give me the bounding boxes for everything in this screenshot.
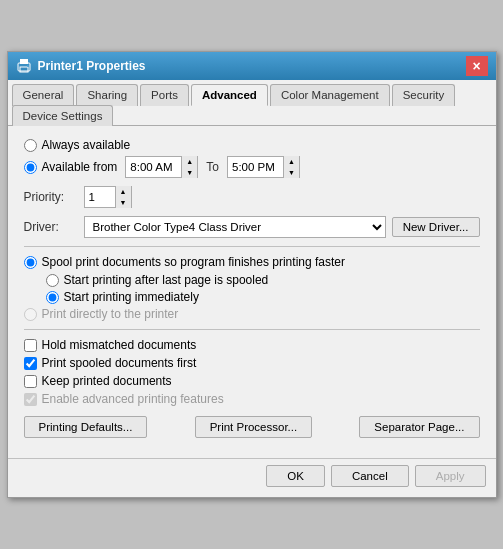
to-time-input[interactable] — [228, 157, 283, 177]
always-available-radio[interactable] — [24, 139, 37, 152]
ok-button[interactable]: OK — [266, 465, 325, 487]
divider-1 — [24, 246, 480, 247]
to-time-down[interactable]: ▼ — [283, 167, 299, 178]
advanced-content: Always available Available from ▲ ▼ To ▲ — [8, 126, 496, 458]
tab-sharing[interactable]: Sharing — [76, 84, 138, 106]
driver-select[interactable]: Brother Color Type4 Class Driver — [84, 216, 386, 238]
keep-printed-row: Keep printed documents — [24, 374, 480, 388]
print-direct-row: Print directly to the printer — [24, 307, 480, 321]
start-after-last-label[interactable]: Start printing after last page is spoole… — [46, 273, 269, 287]
enable-advanced-row: Enable advanced printing features — [24, 392, 480, 406]
printer-properties-window: Printer1 Properties × General Sharing Po… — [7, 51, 497, 498]
priority-down[interactable]: ▼ — [115, 197, 131, 208]
always-available-label[interactable]: Always available — [24, 138, 131, 152]
apply-button[interactable]: Apply — [415, 465, 486, 487]
available-from-label[interactable]: Available from — [24, 160, 126, 174]
dialog-footer: OK Cancel Apply — [8, 458, 496, 497]
cancel-button[interactable]: Cancel — [331, 465, 409, 487]
enable-advanced-checkbox[interactable] — [24, 393, 37, 406]
start-immediately-label[interactable]: Start printing immediately — [46, 290, 199, 304]
from-time-down[interactable]: ▼ — [181, 167, 197, 178]
print-spooled-checkbox[interactable] — [24, 357, 37, 370]
driver-label: Driver: — [24, 220, 84, 234]
to-time-spinner[interactable]: ▲ ▼ — [227, 156, 300, 178]
keep-printed-label[interactable]: Keep printed documents — [24, 374, 172, 388]
from-time-spin-buttons: ▲ ▼ — [181, 156, 197, 178]
driver-row: Driver: Brother Color Type4 Class Driver… — [24, 216, 480, 238]
from-time-up[interactable]: ▲ — [181, 156, 197, 167]
svg-rect-1 — [20, 59, 28, 64]
svg-point-3 — [27, 65, 29, 67]
print-processor-button[interactable]: Print Processor... — [195, 416, 313, 438]
hold-mismatched-checkbox[interactable] — [24, 339, 37, 352]
separator-page-button[interactable]: Separator Page... — [359, 416, 479, 438]
available-from-row: Available from ▲ ▼ To ▲ ▼ — [24, 156, 480, 178]
priority-input[interactable] — [85, 187, 115, 207]
spool-row: Spool print documents so program finishe… — [24, 255, 480, 269]
spool-radio[interactable] — [24, 256, 37, 269]
print-direct-label[interactable]: Print directly to the printer — [24, 307, 179, 321]
tab-advanced[interactable]: Advanced — [191, 84, 268, 106]
title-bar-left: Printer1 Properties — [16, 58, 146, 74]
tab-general[interactable]: General — [12, 84, 75, 106]
window-title: Printer1 Properties — [38, 59, 146, 73]
printer-icon — [16, 58, 32, 74]
tab-ports[interactable]: Ports — [140, 84, 189, 106]
priority-spinner[interactable]: ▲ ▼ — [84, 186, 132, 208]
keep-printed-checkbox[interactable] — [24, 375, 37, 388]
from-time-input[interactable] — [126, 157, 181, 177]
tab-bar: General Sharing Ports Advanced Color Man… — [8, 80, 496, 126]
hold-mismatched-label[interactable]: Hold mismatched documents — [24, 338, 197, 352]
hold-mismatched-row: Hold mismatched documents — [24, 338, 480, 352]
always-available-row: Always available — [24, 138, 480, 152]
title-bar: Printer1 Properties × — [8, 52, 496, 80]
tab-color-management[interactable]: Color Management — [270, 84, 390, 106]
start-after-last-radio[interactable] — [46, 274, 59, 287]
to-time-spin-buttons: ▲ ▼ — [283, 156, 299, 178]
bottom-buttons: Printing Defaults... Print Processor... … — [24, 416, 480, 438]
start-immediately-row: Start printing immediately — [46, 290, 480, 304]
close-button[interactable]: × — [466, 56, 488, 76]
tab-device-settings[interactable]: Device Settings — [12, 105, 114, 126]
from-time-spinner[interactable]: ▲ ▼ — [125, 156, 198, 178]
divider-2 — [24, 329, 480, 330]
spool-label[interactable]: Spool print documents so program finishe… — [24, 255, 346, 269]
enable-advanced-label[interactable]: Enable advanced printing features — [24, 392, 224, 406]
print-spooled-label[interactable]: Print spooled documents first — [24, 356, 197, 370]
to-label: To — [206, 160, 219, 174]
priority-label: Priority: — [24, 190, 84, 204]
printing-defaults-button[interactable]: Printing Defaults... — [24, 416, 148, 438]
print-direct-radio[interactable] — [24, 308, 37, 321]
start-after-last-row: Start printing after last page is spoole… — [46, 273, 480, 287]
priority-spin-buttons: ▲ ▼ — [115, 186, 131, 208]
print-spooled-row: Print spooled documents first — [24, 356, 480, 370]
priority-up[interactable]: ▲ — [115, 186, 131, 197]
to-time-up[interactable]: ▲ — [283, 156, 299, 167]
available-from-radio[interactable] — [24, 161, 37, 174]
tab-security[interactable]: Security — [392, 84, 456, 106]
priority-row: Priority: ▲ ▼ — [24, 186, 480, 208]
new-driver-button[interactable]: New Driver... — [392, 217, 480, 237]
start-immediately-radio[interactable] — [46, 291, 59, 304]
